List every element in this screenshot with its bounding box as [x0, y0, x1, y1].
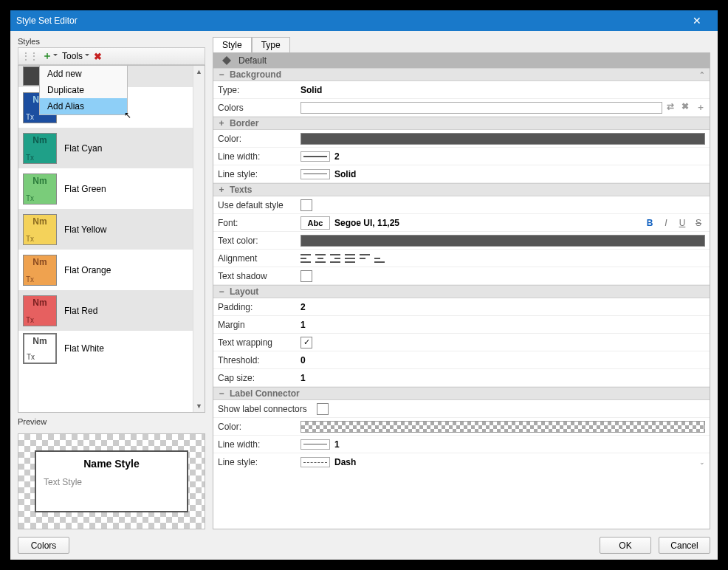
prop-use-default: Use default style [213, 196, 710, 214]
text-wrap-checkbox[interactable]: ✓ [301, 337, 312, 348]
underline-icon[interactable]: U [676, 218, 689, 228]
prop-margin: Margin 1 [213, 316, 710, 334]
styles-toolbar: ⋮⋮ ＋ Tools ✖ Add new Duplicate Add Alias… [18, 47, 205, 65]
swap-icon[interactable]: ⇄ [667, 101, 674, 114]
list-item[interactable]: NmTx Flat Green [18, 168, 205, 209]
align-left-icon[interactable] [301, 254, 311, 263]
lc-color-value[interactable] [301, 421, 705, 433]
prop-lc-linestyle: Line style: Dash ⌄ [213, 453, 710, 471]
prop-font: Font: Abc Segoe UI, 11,25 B I U S [213, 214, 710, 232]
bold-icon[interactable]: B [643, 218, 656, 228]
expand-icon: + [218, 118, 225, 128]
prop-text-color: Text color: [213, 232, 710, 250]
footer: Colors OK Cancel [18, 534, 710, 554]
text-shadow-checkbox[interactable] [301, 270, 312, 282]
styles-label: Styles [18, 37, 205, 46]
properties-panel: Default − Background ⌃ Type: Solid Color… [213, 52, 710, 529]
window-title: Style Set Editor [16, 16, 78, 26]
preview-label: Preview [18, 417, 205, 426]
font-sample[interactable]: Abc [301, 216, 330, 230]
preview-area: Name Style Text Style [18, 433, 205, 529]
prop-threshold: Threshold: 0 [213, 351, 710, 369]
show-connectors-checkbox[interactable] [317, 403, 329, 415]
menu-add-new[interactable]: Add new [40, 66, 127, 82]
section-background[interactable]: − Background ⌃ [213, 68, 710, 81]
list-item[interactable]: NmTx Flat Red [18, 290, 205, 331]
client-area: Styles ⋮⋮ ＋ Tools ✖ Add new Duplicate Ad… [10, 31, 718, 560]
grip-icon: ⋮⋮ [21, 51, 38, 61]
default-header[interactable]: Default [213, 53, 710, 68]
prop-padding: Padding: 2 [213, 298, 710, 316]
list-item[interactable]: NmTx Flat Yellow [18, 209, 205, 250]
menu-duplicate[interactable]: Duplicate [40, 82, 127, 98]
cursor-icon: ↖ [124, 110, 131, 120]
align-right-icon[interactable] [330, 254, 340, 263]
section-layout[interactable]: − Layout [213, 285, 710, 298]
collapse-icon: − [218, 388, 225, 399]
prop-bg-type-value[interactable]: Solid [301, 85, 705, 95]
prop-border-linestyle: Line style: Solid [213, 165, 710, 183]
align-justify-icon[interactable] [345, 254, 355, 263]
align-bottom-icon[interactable] [374, 254, 385, 263]
color-value[interactable] [301, 133, 705, 145]
tab-type[interactable]: Type [252, 37, 290, 53]
section-texts[interactable]: + Texts [213, 183, 710, 196]
list-item-label: Flat Red [64, 306, 97, 316]
add-color-icon[interactable]: ＋ [696, 101, 705, 114]
chevron-down-icon: ⌄ [699, 459, 705, 466]
preview-text: Text Style [44, 477, 179, 487]
preview-box: Name Style Text Style [35, 450, 188, 512]
use-default-checkbox[interactable] [301, 199, 312, 211]
colors-button[interactable]: Colors [18, 537, 69, 554]
list-item[interactable]: NmTx Flat Cyan [18, 128, 205, 168]
line-width-sample[interactable] [301, 151, 330, 162]
prop-border-linewidth: Line width: 2 [213, 148, 710, 165]
cancel-button[interactable]: Cancel [659, 537, 710, 554]
font-value: Segoe UI, 11,25 [334, 218, 399, 228]
menu-add-alias[interactable]: Add Alias ↖ [40, 98, 127, 114]
style-list-inner: ) NmTx Flat Blue NmTx Flat Cyan NmTx [18, 66, 205, 412]
add-icon[interactable]: ＋ [42, 49, 58, 63]
tools-dropdown[interactable]: Tools [62, 51, 89, 61]
scrollbar[interactable]: ▲ ▼ [193, 66, 205, 412]
italic-icon[interactable]: I [659, 218, 673, 228]
list-item-label: Flat White [64, 343, 104, 354]
list-item-label: Flat Green [64, 184, 106, 194]
scroll-up-icon[interactable]: ▲ [193, 66, 205, 78]
align-center-icon[interactable] [315, 254, 326, 263]
delete-icon[interactable]: ✖ [94, 51, 102, 62]
list-item-label: Flat Cyan [64, 143, 102, 154]
prop-border-color: Color: [213, 130, 710, 148]
section-label-connector[interactable]: − Label Connector [213, 387, 710, 400]
scroll-down-icon[interactable]: ▼ [193, 400, 205, 412]
section-border[interactable]: + Border [213, 117, 710, 130]
right-panel: Style Type Default − Background ⌃ Type: [213, 37, 710, 529]
expand-icon: + [218, 185, 225, 195]
style-set-editor-window: Style Set Editor ✕ Styles ⋮⋮ ＋ Tools ✖ A… [10, 10, 718, 560]
color-picker[interactable] [301, 102, 662, 114]
style-list: ) NmTx Flat Blue NmTx Flat Cyan NmTx [18, 65, 205, 413]
line-style-sample[interactable] [301, 169, 330, 179]
list-item[interactable]: NmTx Flat White [18, 331, 205, 366]
remove-icon[interactable]: ✖ [681, 101, 689, 114]
collapse-icon: − [218, 286, 225, 297]
prop-cap: Cap size: 1 [213, 369, 710, 387]
arrow-right-icon[interactable] [227, 56, 236, 65]
prop-alignment: Alignment [213, 250, 710, 267]
ok-button[interactable]: OK [600, 537, 651, 554]
list-item[interactable]: NmTx Flat Orange [18, 250, 205, 290]
prop-text-wrap: Text wrapping ✓ [213, 334, 710, 351]
tab-style[interactable]: Style [213, 37, 252, 53]
lc-style-sample[interactable] [301, 457, 330, 467]
list-item-label: Flat Orange [64, 265, 111, 275]
tabs: Style Type [213, 37, 710, 53]
arrow-left-icon[interactable] [218, 56, 227, 65]
text-color-value[interactable] [301, 235, 705, 247]
default-label: Default [238, 55, 267, 66]
close-icon[interactable]: ✕ [682, 15, 712, 27]
prop-show-connectors: Show label connectors [213, 400, 710, 418]
align-top-icon[interactable] [360, 254, 370, 263]
strike-icon[interactable]: S [692, 218, 705, 228]
lc-width-sample[interactable] [301, 439, 330, 450]
titlebar: Style Set Editor ✕ [10, 10, 718, 31]
